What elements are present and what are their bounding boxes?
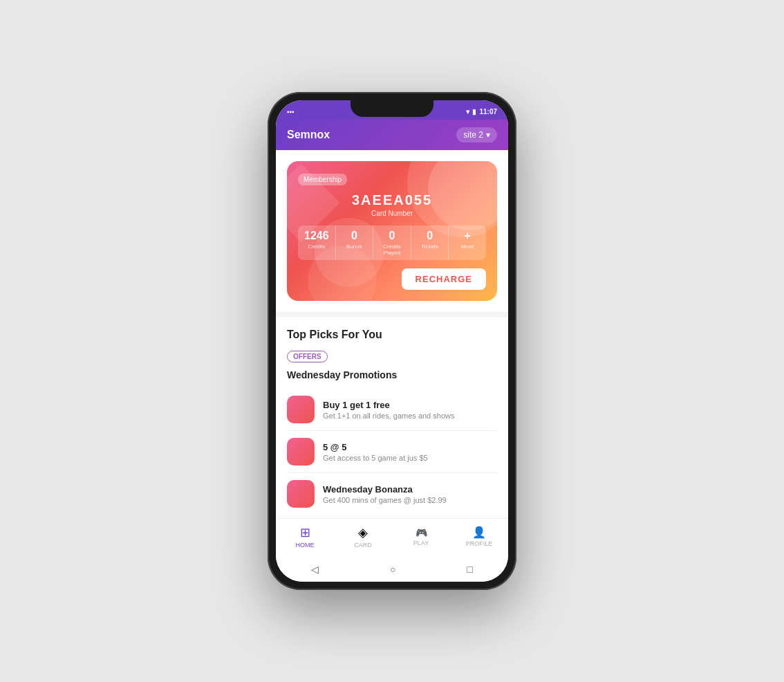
credits-played-value: 0 <box>376 230 408 242</box>
signal-icon: ▪▪▪ <box>287 108 295 116</box>
promo-item-3[interactable]: Wednesday Bonanza Get 400 mins of games … <box>287 473 497 515</box>
stat-credits-played[interactable]: 0 Credits Played <box>373 225 411 260</box>
site-label: site 2 <box>463 130 483 140</box>
nav-play[interactable]: 🎮 PLAY <box>392 527 450 546</box>
main-content: Membership 3AEEA055 Card Number 1246 Cre… <box>276 150 508 518</box>
phone-notch <box>351 100 433 117</box>
home-label: HOME <box>296 542 315 549</box>
battery-icon: ▮ <box>472 108 476 116</box>
membership-card: Membership 3AEEA055 Card Number 1246 Cre… <box>287 161 497 301</box>
promo-text-2: 5 @ 5 Get access to 5 game at jus $5 <box>323 442 428 462</box>
stat-credits[interactable]: 1246 Credits <box>298 225 336 260</box>
phone-screen: ▪▪▪ ▾ ▮ 11:07 Semnox site 2 ▾ <box>276 100 508 582</box>
promo-text-1: Buy 1 get 1 free Get 1+1 on all rides, g… <box>323 400 454 420</box>
chevron-down-icon: ▾ <box>486 130 490 140</box>
card-number-label: Card Number <box>298 210 486 217</box>
stat-more[interactable]: + More <box>449 225 486 260</box>
promo-text-3: Wednesday Bonanza Get 400 mins of games … <box>323 484 447 504</box>
card-label: CARD <box>354 542 372 549</box>
promo-icon-2 <box>287 438 315 466</box>
promo-desc-2: Get access to 5 game at jus $5 <box>323 454 428 462</box>
profile-icon: 👤 <box>472 526 486 539</box>
credits-value: 1246 <box>301 230 333 242</box>
app-logo: Semnox <box>287 129 330 141</box>
card-icon: ◈ <box>358 525 368 540</box>
promo-item-2[interactable]: 5 @ 5 Get access to 5 game at jus $5 <box>287 431 497 473</box>
promo-icon-1 <box>287 396 315 423</box>
offers-badge: OFFERS <box>287 351 328 362</box>
back-button[interactable]: ◁ <box>311 564 319 575</box>
tickets-value: 0 <box>414 230 446 242</box>
tickets-label: Tickets <box>414 243 446 250</box>
nav-profile[interactable]: 👤 PROFILE <box>450 526 508 547</box>
promotions-section: Top Picks For You OFFERS Wednesday Promo… <box>276 317 508 518</box>
bottom-nav: ⊞ HOME ◈ CARD 🎮 PLAY 👤 PROFILE <box>276 518 508 557</box>
recent-button[interactable]: □ <box>467 564 472 575</box>
bonus-value: 0 <box>339 230 371 242</box>
wifi-icon: ▾ <box>466 108 469 116</box>
promo-name-3: Wednesday Bonanza <box>323 484 447 495</box>
promo-name-2: 5 @ 5 <box>323 442 428 452</box>
nav-home[interactable]: ⊞ HOME <box>276 525 334 549</box>
promo-icon-3 <box>287 480 315 508</box>
more-value: + <box>451 230 483 242</box>
promo-desc-1: Get 1+1 on all rides, games and shows <box>323 412 454 420</box>
recharge-button[interactable]: RECHARGE <box>402 268 486 290</box>
stat-bonus[interactable]: 0 Bonus <box>336 225 374 260</box>
section-title: Top Picks For You <box>287 329 497 341</box>
phone-frame: ▪▪▪ ▾ ▮ 11:07 Semnox site 2 ▾ <box>268 92 516 590</box>
profile-label: PROFILE <box>466 540 493 547</box>
bonus-label: Bonus <box>339 243 371 250</box>
play-icon: 🎮 <box>416 527 427 538</box>
time-display: 11:07 <box>479 108 497 116</box>
credits-label: Credits <box>301 243 333 250</box>
membership-badge: Membership <box>298 174 347 185</box>
nav-card[interactable]: ◈ CARD <box>334 525 392 549</box>
more-label: More <box>451 243 483 250</box>
home-button[interactable]: ○ <box>390 564 395 575</box>
card-stats: 1246 Credits 0 Bonus 0 Credits Played <box>298 225 486 260</box>
card-number: 3AEEA055 <box>298 192 486 208</box>
credits-played-label: Credits Played <box>376 243 408 256</box>
promo-name-1: Buy 1 get 1 free <box>323 400 454 410</box>
status-left: ▪▪▪ <box>287 108 295 116</box>
status-right: ▾ ▮ 11:07 <box>466 108 497 116</box>
promo-desc-3: Get 400 mins of games @ just $2.99 <box>323 496 447 504</box>
android-nav: ◁ ○ □ <box>276 557 508 582</box>
home-icon: ⊞ <box>300 525 310 540</box>
promo-item-1[interactable]: Buy 1 get 1 free Get 1+1 on all rides, g… <box>287 389 497 431</box>
play-label: PLAY <box>413 540 429 546</box>
app-header: Semnox site 2 ▾ <box>276 120 508 150</box>
card-section: Membership 3AEEA055 Card Number 1246 Cre… <box>276 150 508 312</box>
stat-tickets[interactable]: 0 Tickets <box>411 225 449 260</box>
promotions-title: Wednesday Promotions <box>287 369 497 380</box>
site-selector[interactable]: site 2 ▾ <box>456 127 497 142</box>
